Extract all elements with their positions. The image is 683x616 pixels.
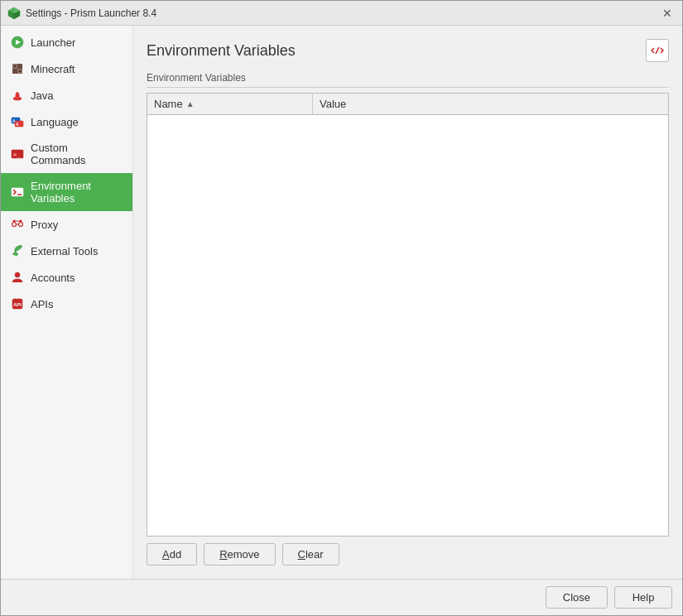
language-icon: A A — [11, 115, 24, 128]
code-icon — [651, 44, 664, 57]
sidebar-item-language[interactable]: A A Language — [1, 108, 132, 135]
column-header-value: Value — [313, 94, 668, 114]
sidebar-item-custom-commands[interactable]: >_ Custom Commands — [1, 135, 132, 173]
svg-point-11 — [13, 97, 22, 100]
env-vars-icon — [11, 185, 24, 199]
sidebar-item-java[interactable]: Java — [1, 82, 132, 108]
sidebar-label-java: Java — [31, 89, 53, 102]
help-button[interactable]: Help — [614, 586, 672, 609]
sidebar-label-apis: APIs — [31, 298, 53, 310]
sidebar-label-environment-variables: Environment Variables — [31, 180, 123, 205]
sidebar-label-accounts: Accounts — [31, 272, 75, 284]
minecraft-icon — [11, 62, 24, 75]
titlebar-left: Settings - Prism Launcher 8.4 — [7, 7, 156, 20]
page-title: Environment Variables — [147, 42, 296, 60]
titlebar: Settings - Prism Launcher 8.4 ✕ — [1, 1, 682, 26]
sidebar-label-language: Language — [31, 116, 79, 128]
close-window-button[interactable]: ✕ — [659, 5, 676, 22]
add-button[interactable]: Add — [147, 543, 197, 565]
window: Settings - Prism Launcher 8.4 ✕ Launcher — [0, 0, 683, 616]
close-button[interactable]: Close — [546, 586, 608, 609]
sort-arrow-name: ▲ — [186, 99, 195, 108]
sidebar-item-accounts[interactable]: Accounts — [1, 264, 132, 291]
sidebar-label-minecraft: Minecraft — [31, 63, 75, 75]
sidebar-item-launcher[interactable]: Launcher — [1, 29, 132, 55]
action-buttons: Add Remove Clear — [147, 543, 669, 565]
sidebar-label-launcher: Launcher — [31, 36, 75, 49]
footer: Close Help — [1, 579, 682, 615]
apis-icon: API — [11, 297, 24, 310]
sidebar-item-environment-variables[interactable]: Environment Variables — [1, 173, 132, 211]
java-icon — [11, 89, 24, 102]
sidebar-label-custom-commands: Custom Commands — [31, 142, 123, 166]
content-header: Environment Variables — [147, 39, 669, 62]
sidebar-label-proxy: Proxy — [31, 219, 58, 231]
clear-button[interactable]: Clear — [282, 543, 339, 565]
custom-commands-icon: >_ — [11, 147, 24, 161]
svg-rect-9 — [14, 65, 16, 67]
external-tools-icon — [11, 244, 24, 257]
sidebar-item-proxy[interactable]: Proxy — [1, 211, 132, 238]
table-body — [147, 115, 668, 536]
svg-point-27 — [15, 272, 20, 277]
table-header: Name ▲ Value — [147, 94, 668, 115]
svg-text:A: A — [16, 122, 19, 127]
content-area: Environment Variables Environment Variab… — [133, 26, 682, 579]
launcher-icon — [11, 36, 24, 49]
proxy-icon — [11, 218, 24, 231]
svg-point-21 — [19, 223, 23, 227]
main-content: Launcher Minecraft — [1, 26, 682, 579]
code-icon-button[interactable] — [646, 39, 669, 62]
remove-button[interactable]: Remove — [204, 543, 275, 565]
app-icon — [7, 7, 21, 20]
column-header-name[interactable]: Name ▲ — [147, 94, 313, 114]
sidebar-label-external-tools: External Tools — [31, 245, 98, 257]
sidebar: Launcher Minecraft — [1, 26, 133, 579]
sidebar-item-minecraft[interactable]: Minecraft — [1, 55, 132, 82]
sidebar-item-apis[interactable]: API APIs — [1, 291, 132, 317]
svg-point-20 — [12, 223, 17, 227]
svg-text:>_: >_ — [13, 152, 21, 158]
env-vars-table: Name ▲ Value — [147, 93, 669, 537]
section-label: Environment Variables — [147, 72, 669, 88]
svg-rect-10 — [19, 70, 21, 72]
sidebar-item-external-tools[interactable]: External Tools — [1, 238, 132, 264]
svg-line-30 — [656, 47, 659, 54]
accounts-icon — [11, 271, 24, 284]
svg-text:API: API — [13, 302, 22, 307]
window-title: Settings - Prism Launcher 8.4 — [26, 7, 156, 19]
